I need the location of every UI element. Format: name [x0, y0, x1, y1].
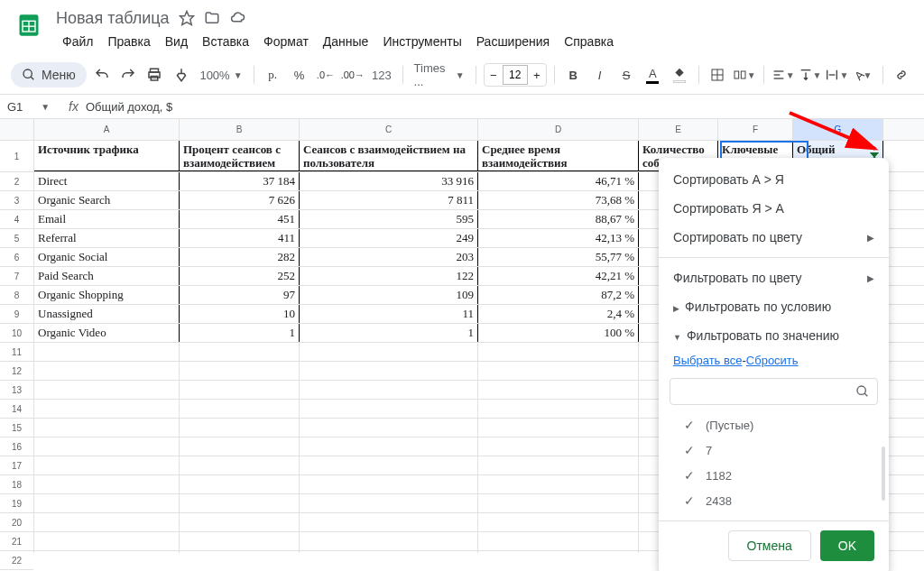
cell[interactable]: Organic Video: [34, 324, 180, 342]
row-header[interactable]: 6: [0, 248, 33, 267]
col-header[interactable]: E: [639, 119, 718, 140]
cell[interactable]: [180, 513, 300, 531]
cell[interactable]: [300, 456, 478, 474]
cell[interactable]: [478, 381, 639, 399]
row-header[interactable]: 14: [0, 400, 33, 419]
cell[interactable]: [478, 532, 639, 550]
cell[interactable]: 203: [300, 248, 478, 266]
cell[interactable]: [34, 475, 180, 493]
cell[interactable]: [34, 456, 180, 474]
sort-by-color[interactable]: Сортировать по цвету▶: [659, 223, 889, 252]
cell[interactable]: 7 811: [300, 191, 478, 209]
cell[interactable]: [34, 419, 180, 437]
zoom-select[interactable]: 100%▼: [196, 69, 245, 82]
cell[interactable]: [180, 475, 300, 493]
col-header[interactable]: C: [300, 119, 478, 140]
italic-icon[interactable]: I: [588, 62, 611, 87]
select-all-corner[interactable]: [0, 119, 33, 141]
strike-icon[interactable]: S: [614, 62, 637, 87]
cell[interactable]: [180, 381, 300, 399]
row-header[interactable]: 11: [0, 343, 33, 362]
cell[interactable]: [300, 400, 478, 418]
cell[interactable]: [478, 362, 639, 380]
cell[interactable]: 411: [180, 229, 300, 247]
cell[interactable]: 73,68 %: [478, 191, 639, 209]
cell[interactable]: [300, 437, 478, 456]
bold-icon[interactable]: B: [562, 62, 585, 87]
cell[interactable]: 252: [180, 267, 300, 285]
borders-icon[interactable]: [706, 62, 728, 87]
cell[interactable]: 42,13 %: [478, 229, 639, 247]
sort-za[interactable]: Сортировать Я > А: [659, 194, 889, 223]
row-header[interactable]: 3: [0, 191, 33, 210]
star-icon[interactable]: [179, 10, 195, 26]
row-header[interactable]: 12: [0, 362, 33, 381]
row-header[interactable]: 18: [0, 475, 33, 494]
cell[interactable]: [180, 362, 300, 380]
menu-help[interactable]: Справка: [558, 31, 620, 52]
cell[interactable]: [300, 494, 478, 512]
filter-value[interactable]: ✓7: [684, 437, 874, 463]
move-icon[interactable]: [204, 10, 220, 26]
font-select[interactable]: Times ...▼: [411, 61, 468, 88]
col-header[interactable]: F: [718, 119, 793, 140]
filter-by-color[interactable]: Фильтровать по цвету▶: [659, 263, 889, 292]
col-header[interactable]: D: [478, 119, 639, 140]
cell[interactable]: Среднее время взаимодействия: [478, 141, 639, 171]
cell[interactable]: Referral: [34, 229, 180, 247]
wrap-icon[interactable]: ▼: [825, 62, 848, 87]
formula-input[interactable]: Общий доход, $: [86, 100, 172, 114]
menu-edit[interactable]: Правка: [101, 31, 156, 52]
cell[interactable]: Unassigned: [34, 305, 180, 323]
col-header[interactable]: G: [793, 119, 883, 140]
fill-color-icon[interactable]: [668, 62, 690, 87]
cell[interactable]: 7 626: [180, 191, 300, 209]
cell[interactable]: 282: [180, 248, 300, 266]
cell[interactable]: 10: [180, 305, 300, 323]
row-header[interactable]: 16: [0, 437, 33, 456]
dec-increase-icon[interactable]: .00→: [341, 62, 365, 87]
rotate-icon[interactable]: A▼: [852, 62, 874, 87]
cell[interactable]: 87,2 %: [478, 286, 639, 304]
cell[interactable]: [34, 551, 180, 553]
cell[interactable]: 1: [300, 324, 478, 342]
cell[interactable]: 42,21 %: [478, 267, 639, 285]
cell[interactable]: [34, 400, 180, 418]
cell[interactable]: 33 916: [300, 172, 478, 190]
cell[interactable]: [478, 456, 639, 474]
cell[interactable]: [34, 494, 180, 512]
cancel-button[interactable]: Отмена: [728, 530, 811, 561]
row-header[interactable]: 17: [0, 456, 33, 475]
cell[interactable]: 46,71 %: [478, 172, 639, 190]
dec-decrease-icon[interactable]: .0←: [314, 62, 337, 87]
cell[interactable]: 11: [300, 305, 478, 323]
cell[interactable]: [300, 362, 478, 380]
filter-value[interactable]: ✓1182: [684, 463, 874, 488]
cell[interactable]: [478, 475, 639, 493]
row-header[interactable]: 4: [0, 210, 33, 229]
cell[interactable]: Organic Search: [34, 191, 180, 209]
cell[interactable]: 109: [300, 286, 478, 304]
print-icon[interactable]: [143, 62, 166, 87]
cell[interactable]: 55,77 %: [478, 248, 639, 266]
menu-ext[interactable]: Расширения: [470, 31, 556, 52]
cell[interactable]: [300, 513, 478, 531]
ok-button[interactable]: OK: [820, 530, 874, 561]
cell[interactable]: Сеансов с взаимодействием на пользовател…: [300, 141, 478, 171]
font-size-minus[interactable]: −: [485, 64, 503, 86]
cell[interactable]: 2,4 %: [478, 305, 639, 323]
cell[interactable]: [180, 456, 300, 474]
cell[interactable]: [180, 343, 300, 361]
filter-by-condition[interactable]: ▶Фильтровать по условию: [659, 292, 889, 321]
row-header[interactable]: 9: [0, 305, 33, 324]
cell[interactable]: 37 184: [180, 172, 300, 190]
cell[interactable]: 88,67 %: [478, 210, 639, 228]
row-header[interactable]: 1: [0, 141, 33, 172]
paint-icon[interactable]: [170, 62, 192, 87]
cell[interactable]: [300, 381, 478, 399]
sort-az[interactable]: Сортировать А > Я: [659, 165, 889, 194]
row-header[interactable]: 15: [0, 419, 33, 437]
redo-icon[interactable]: [116, 62, 139, 87]
row-header[interactable]: 20: [0, 513, 33, 532]
cell[interactable]: [180, 532, 300, 550]
